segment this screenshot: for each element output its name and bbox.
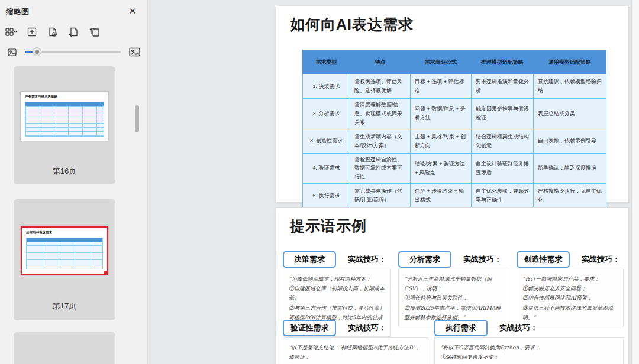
- table-row: 4. 验证需求需检查逻辑自洽性、数据可靠性或方案可行性结论/方案 + 验证方法 …: [303, 153, 606, 184]
- table-cell: 5. 执行需求: [303, 184, 350, 208]
- extract-pages-icon: [90, 28, 99, 36]
- table-header-cell: 推理模型适配策略: [472, 50, 534, 74]
- table-header-cell: 通用模型适配策略: [534, 50, 606, 74]
- delete-page-icon: [50, 28, 56, 37]
- table-cell: 问题 + 数据/信息 + 分析方法: [411, 99, 472, 129]
- table-row: 1. 决策需求需权衡选项、评估风险、选择最优解目标 + 选项 + 评估标准要求逻…: [303, 74, 606, 99]
- page-17-preview: 如何向AI表达需求: [21, 226, 108, 275]
- document-area: 如何向AI表达需求 需求类型特点需求表达公式推理模型适配策略通用模型适配策略 1…: [148, 0, 639, 364]
- table-cell: 需权衡选项、评估风险、选择最优解: [350, 74, 411, 99]
- tip-label: 实战技巧：: [463, 254, 502, 265]
- page-16-preview: 任务需求与提示语策略: [21, 92, 108, 141]
- table-cell: 自主设计验证路径并排查矛盾: [472, 153, 534, 184]
- tip-label: 实战技巧：: [582, 254, 620, 265]
- table-cell: 需完成具体操作（代码/计算/流程）: [350, 184, 411, 208]
- page-16-slide-title: 任务需求与提示语策略: [25, 94, 57, 99]
- thumbnail-page-18[interactable]: [14, 332, 115, 364]
- badge-analysis: 分析需求: [398, 251, 451, 268]
- table-cell: 结论/方案 + 验证方法 + 风险点: [411, 153, 472, 184]
- thumbnail-size-large-icon[interactable]: [128, 46, 141, 58]
- requirements-table: 需求类型特点需求表达公式推理模型适配策略通用模型适配策略 1. 决策需求需权衡选…: [302, 50, 606, 208]
- thumbnail-page-17-selected[interactable]: 如何向AI表达需求 第17页: [14, 199, 115, 320]
- thumbnail-size-small-icon[interactable]: [7, 47, 18, 57]
- thumbnail-size-slider[interactable]: [25, 48, 121, 56]
- selection-handle[interactable]: [104, 271, 108, 275]
- table-row: 3. 创造性需求需生成新颖内容（文本/设计/方案）主题 + 风格/约束 + 创新…: [303, 129, 606, 153]
- page-18-title: 提示语示例: [290, 216, 367, 236]
- table-header-cell: 需求表达公式: [411, 50, 472, 74]
- delete-page-button[interactable]: [46, 25, 59, 38]
- close-icon[interactable]: ✕: [127, 6, 138, 17]
- page-17-mini-table: [26, 238, 103, 269]
- page-17-slide-title: 如何向AI表达需求: [26, 230, 52, 235]
- table-cell: 需生成新颖内容（文本/设计/方案）: [350, 129, 411, 153]
- replace-page-icon: [69, 28, 77, 37]
- table-cell: 主题 + 风格/约束 + 创新方向: [411, 129, 472, 153]
- panel-scrollbar[interactable]: [135, 105, 139, 132]
- table-cell: 1. 决策需求: [303, 74, 350, 99]
- page-17-title: 如何向AI表达需求: [290, 15, 414, 34]
- table-cell: 目标 + 选项 + 评估标准: [411, 74, 472, 99]
- table-header-cell: 特点: [350, 50, 411, 74]
- thumbnail-toolbar: [4, 25, 102, 39]
- thumbnail-page-16[interactable]: 任务需求与提示语策略 第16页: [14, 66, 115, 184]
- extract-pages-button[interactable]: [88, 25, 102, 38]
- chevron-down-icon: [14, 31, 17, 32]
- table-cell: 直接建议，依赖模型经验归纳: [534, 74, 606, 99]
- table-cell: 要求逻辑推演和量化分析: [472, 74, 534, 99]
- grid-view-icon: [6, 28, 13, 35]
- table-cell: 触发因果链推导与假设检证: [472, 99, 534, 129]
- thumbnail-panel-header: 缩略图 ✕: [0, 0, 147, 22]
- table-cell: 自由发散，依赖示例引导: [534, 129, 606, 153]
- tip-label: 实战技巧：: [348, 323, 386, 333]
- table-header-cell: 需求类型: [303, 50, 350, 74]
- thumbnail-zoom-row: [0, 45, 148, 59]
- document-scrollbar[interactable]: [631, 0, 639, 364]
- table-cell: 简单确认，缺乏深度推演: [534, 153, 606, 184]
- table-row: 5. 执行需求需完成具体操作（代码/计算/流程）任务 + 步骤约束 + 输出格式…: [303, 184, 606, 208]
- example-analysis: “分析近三年新能源汽车销量数据（附CSV），说明： ①增长趋势与政策关联性； ②…: [398, 269, 509, 327]
- slider-thumb[interactable]: [33, 48, 41, 56]
- badge-execution: 执行需求: [434, 320, 488, 336]
- page-17-label: 第17页: [14, 301, 115, 311]
- pdf-viewer-window: 缩略图 ✕: [0, 0, 639, 364]
- tip-label: 实战技巧：: [499, 323, 538, 333]
- panel-title: 缩略图: [6, 6, 29, 17]
- badge-verification: 验证性需求: [283, 320, 336, 336]
- replace-page-button[interactable]: [67, 25, 80, 38]
- document-page-18: 提示语示例 决策需求 实战技巧： “为降低物流成本，现有两种方案： ①自建区域仓…: [276, 207, 629, 364]
- example-creative: “设计一款智能家居产品，要求： ①解决独居老人安全问题； ②结合传感器网络和AI…: [517, 269, 624, 327]
- tip-label: 实战技巧：: [348, 254, 386, 265]
- section-verification: 验证性需求 实战技巧： “以下是某论文结论：‘神经网络模型A优于传统方法B’， …: [283, 320, 428, 364]
- section-execution: 执行需求 实战技巧： “将以下C语言代码转换为Python，要求： ①保持时间复…: [434, 320, 624, 364]
- example-execution: “将以下C语言代码转换为Python，要求： ①保持时间复杂度不变；: [434, 337, 624, 364]
- table-header-row: 需求类型特点需求表达公式推理模型适配策略通用模型适配策略: [303, 50, 606, 74]
- table-cell: 自主优化步骤，兼顾效率与正确性: [472, 184, 534, 208]
- table-cell: 2. 分析需求: [303, 99, 350, 129]
- table-cell: 任务 + 步骤约束 + 输出格式: [411, 184, 472, 208]
- table-cell: 需检查逻辑自洽性、数据可靠性或方案可行性: [350, 153, 411, 184]
- example-verification: “以下是某论文结论：‘神经网络模型A优于传统方法B’， 请验证：: [283, 337, 428, 364]
- thumbnail-list: 任务需求与提示语策略 第16页 如何向AI表达需求 第17页: [0, 63, 148, 364]
- badge-decision: 决策需求: [283, 251, 336, 268]
- table-cell: 严格按指令执行，无自主优化: [534, 184, 606, 208]
- badge-creative: 创造性需求: [517, 251, 570, 268]
- table-cell: 4. 验证需求: [303, 153, 350, 184]
- insert-page-icon: [28, 28, 36, 36]
- page-16-label: 第16页: [14, 166, 115, 177]
- insert-page-button[interactable]: [25, 25, 38, 38]
- section-analysis: 分析需求 实战技巧： “分析近三年新能源汽车销量数据（附CSV），说明： ①增长…: [398, 252, 509, 327]
- section-creative: 创造性需求 实战技巧： “设计一款智能家居产品，要求： ①解决独居老人安全问题；…: [517, 252, 624, 327]
- thumbnail-panel: 缩略图 ✕: [0, 0, 148, 364]
- table-row: 2. 分析需求需深度理解数据/信息、发现模式或因果关系问题 + 数据/信息 + …: [303, 99, 606, 129]
- page-16-mini-table: [25, 102, 104, 136]
- table-cell: 需深度理解数据/信息、发现模式或因果关系: [350, 99, 411, 129]
- table-cell: 结合逻辑框架生成结构化创意: [472, 129, 534, 153]
- document-page-17: 如何向AI表达需求 需求类型特点需求表达公式推理模型适配策略通用模型适配策略 1…: [276, 6, 629, 203]
- table-cell: 3. 创造性需求: [303, 129, 350, 153]
- view-mode-button[interactable]: [4, 25, 18, 38]
- table-cell: 表层总结或分类: [534, 99, 606, 129]
